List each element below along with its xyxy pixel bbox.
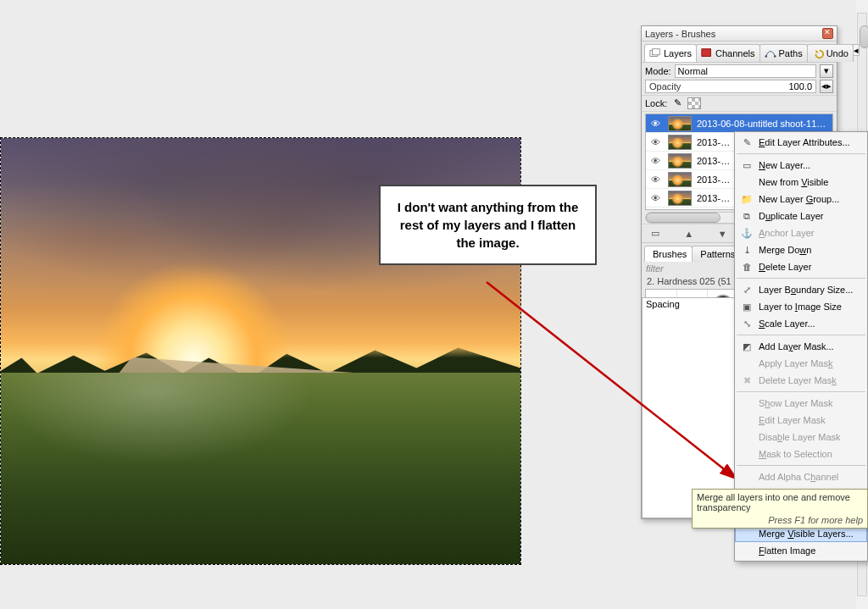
svg-point-4 [765,55,767,58]
opacity-label: Opacity [646,80,785,92]
menu-item-label: Edit Layer Mask [759,415,826,425]
layer-thumbnail [668,116,692,131]
menu-item[interactable]: Flatten Image [735,542,867,559]
menu-item[interactable]: ⤢Layer Boundary Size... [735,281,867,298]
menu-item[interactable]: ◩Add Layer Mask... [735,338,867,355]
menu-item[interactable]: 🗑Delete Layer [735,258,867,275]
menu-item-label: Scale Layer... [759,318,815,329]
svg-rect-2 [653,49,660,55]
blank-icon [740,397,754,409]
anchor-icon: ⚓ [740,227,754,239]
tab-layers[interactable]: Layers [644,44,697,62]
mode-field[interactable] [675,64,816,78]
opacity-field[interactable]: Opacity 100.0 [645,80,816,93]
tab-undo-label: Undo [826,48,849,58]
new-icon: ▭ [740,159,754,171]
mask-icon: ◩ [740,340,754,352]
menu-item[interactable]: ▣Layer to Image Size [735,298,867,315]
opacity-stepper[interactable]: ◂▸ [820,80,833,93]
menu-item-label: Merge Visible Layers... [759,529,854,539]
visibility-eye-icon[interactable]: 👁 [648,174,663,185]
menu-item-label: New Layer... [759,160,810,170]
menu-item-label: Merge Down [759,245,811,255]
photo-field [1,373,520,564]
tab-paths[interactable]: Paths [760,44,808,62]
scale-icon: ⤡ [740,318,754,329]
menu-item-label: Flatten Image [759,545,815,556]
menu-item-label: Mask to Selection [759,449,832,459]
opacity-row: Opacity 100.0 ◂▸ [642,80,837,95]
menu-item-label: New from Visible [759,177,828,187]
menu-item-label: Apply Layer Mask [759,358,832,368]
edit-icon: ✎ [740,136,754,148]
menu-separator [737,278,865,279]
menu-item[interactable]: ⤡Scale Layer... [735,315,867,332]
layer-thumbnail [668,153,692,169]
panel-menu-button[interactable]: ◂ [853,44,860,56]
lock-row: Lock: ✎ [642,95,837,112]
visibility-eye-icon[interactable]: 👁 [648,119,663,129]
lock-label: Lock: [645,98,667,108]
tab-brushes[interactable]: Brushes [644,246,693,262]
menu-item-label: Duplicate Layer [759,211,823,221]
menu-item-label: Edit Layer Attributes... [759,137,850,147]
undo-icon [812,47,824,59]
opacity-value: 100.0 [785,80,815,92]
mode-dropdown-button[interactable]: ▾ [820,64,833,78]
menu-item[interactable]: New from Visible [735,174,867,191]
annotation-callout: I don't want anything from the rest of m… [379,185,597,265]
menu-item[interactable]: ⧉Duplicate Layer [735,208,867,224]
blank-icon [740,176,754,188]
menu-item: ✖Delete Layer Mask [735,372,867,389]
svg-rect-3 [702,49,711,57]
layer-scroll-thumb[interactable] [646,213,721,223]
folder-icon: 📁 [740,193,754,205]
visibility-eye-icon[interactable]: 👁 [648,156,663,166]
svg-point-5 [773,55,776,58]
dock-tab-strip: Layers Channels Paths Undo ◂ [642,42,837,63]
tab-paths-label: Paths [779,48,803,58]
panel-titlebar[interactable]: Layers - Brushes [642,26,837,42]
menu-separator [737,391,865,392]
menu-item: Edit Layer Mask [735,412,867,429]
channels-icon [701,47,713,59]
blank-icon [740,431,754,443]
menu-item-label: Disable Layer Mask [759,432,841,442]
menu-item: Apply Layer Mask [735,355,867,372]
menu-item: Add Alpha Channel [735,468,867,485]
blank-icon [740,545,754,556]
menu-item[interactable]: ⤓Merge Down [735,241,867,258]
blank-icon [740,357,754,369]
new-layer-button[interactable]: ▭ [648,228,662,239]
menu-item-label: Anchor Layer [759,228,814,238]
raise-layer-button[interactable]: ▲ [682,229,696,239]
delmask-icon: ✖ [740,374,754,386]
menu-item[interactable]: ✎Edit Layer Attributes... [735,134,867,151]
menu-item: Show Layer Mask [735,395,867,412]
menu-item-label: Add Alpha Channel [759,472,838,482]
lower-layer-button[interactable]: ▼ [715,229,729,239]
flatten-tooltip: Merge all layers into one and remove tra… [692,489,868,529]
menu-item[interactable]: 📁New Layer Group... [735,191,867,208]
tab-channels[interactable]: Channels [696,44,760,62]
mergedown-icon: ⤓ [740,244,754,256]
tab-undo[interactable]: Undo [807,44,854,62]
tab-channels-label: Channels [715,48,754,58]
lock-alpha-icon[interactable] [687,97,701,109]
close-icon[interactable] [822,28,833,39]
blank-icon [740,528,754,540]
menu-item: Disable Layer Mask [735,429,867,446]
visibility-eye-icon[interactable]: 👁 [648,137,663,147]
visibility-eye-icon[interactable]: 👁 [648,193,663,203]
layers-icon [649,47,661,59]
tooltip-text: Merge all layers into one and remove tra… [697,492,863,512]
lock-pixels-icon[interactable]: ✎ [670,97,684,109]
menu-item[interactable]: ▭New Layer... [735,157,867,174]
blank-icon [740,448,754,460]
dup-icon: ⧉ [740,210,754,222]
layer-row[interactable]: 👁2013-06-08-untitled shoot-116.JPG [646,114,832,133]
menu-item-label: Delete Layer Mask [759,375,837,385]
blank-icon [740,414,754,426]
menu-item: Mask to Selection [735,446,867,462]
scroll-thumb[interactable] [860,25,868,48]
